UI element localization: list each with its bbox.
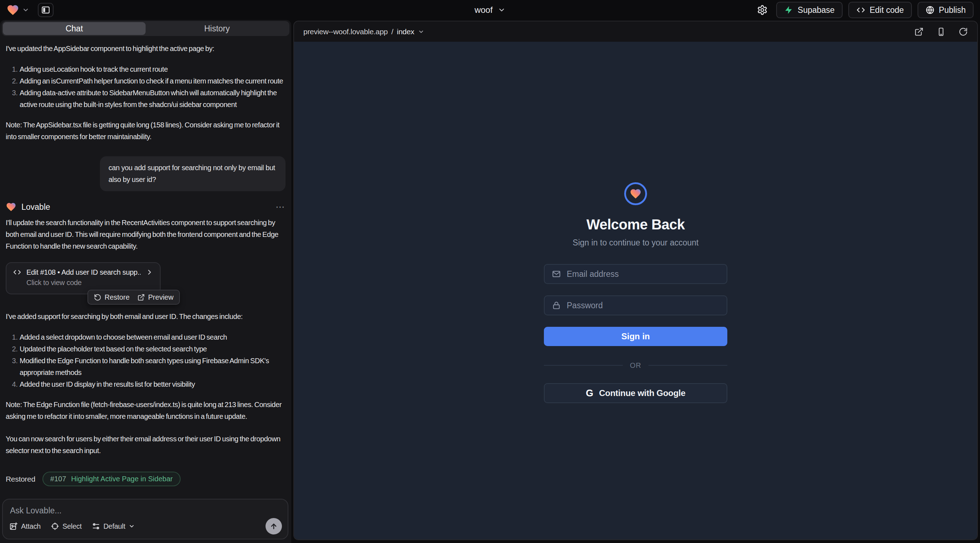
restore-button[interactable]: Restore: [94, 293, 130, 302]
assistant-message-text: I've added support for searching by both…: [6, 311, 285, 322]
login-card: Welcome Back Sign in to continue to your…: [544, 182, 727, 403]
preview-frame: preview--woof.lovable.app / index: [293, 21, 978, 540]
send-button[interactable]: [266, 518, 282, 534]
app-window: woof Supabase Edit code: [0, 0, 980, 543]
sliders-icon: [92, 522, 100, 530]
message-menu-button[interactable]: ⋯: [275, 202, 285, 213]
external-link-icon: [137, 294, 145, 301]
mode-selector[interactable]: Default: [92, 522, 135, 530]
assistant-note-text: Note: The Edge Function file (fetch-fire…: [6, 399, 285, 422]
password-field[interactable]: [544, 295, 727, 315]
list-item: Adding an isCurrentPath helper function …: [19, 75, 285, 87]
assistant-message-text: I'll update the search functionality in …: [6, 217, 285, 252]
assistant-header: Lovable ⋯: [6, 200, 285, 213]
google-g-icon: G: [586, 388, 593, 399]
lovable-heart-icon: [6, 202, 16, 212]
crosshair-icon: [51, 522, 59, 530]
publish-button[interactable]: Publish: [918, 2, 974, 18]
mode-label: Default: [103, 522, 125, 530]
mail-icon: [552, 269, 561, 279]
preview-header-actions: [914, 27, 968, 37]
preview-button[interactable]: Preview: [137, 293, 173, 302]
tab-history[interactable]: History: [146, 22, 288, 35]
attach-label: Attach: [21, 522, 41, 530]
attach-button[interactable]: Attach: [9, 522, 41, 530]
google-button-label: Continue with Google: [599, 388, 686, 398]
settings-button[interactable]: [754, 2, 770, 18]
composer-actions: Attach Select Default: [9, 518, 282, 534]
preview-header: preview--woof.lovable.app / index: [294, 21, 977, 42]
divider-line: [544, 365, 623, 366]
list-item: Adding data-active attribute to SidebarM…: [19, 87, 285, 111]
chat-history-tabs: Chat History: [2, 21, 290, 36]
globe-icon: [925, 5, 935, 14]
supabase-label: Supabase: [798, 5, 835, 15]
list-item: Adding useLocation hook to track the cur…: [19, 64, 285, 75]
email-field[interactable]: [544, 264, 727, 284]
chat-input[interactable]: [10, 506, 281, 516]
password-input[interactable]: [567, 301, 719, 310]
select-label: Select: [62, 522, 82, 530]
login-subtitle: Sign in to continue to your account: [573, 238, 699, 248]
select-button[interactable]: Select: [51, 522, 82, 530]
sign-in-button[interactable]: Sign in: [544, 327, 727, 346]
preview-label: Preview: [148, 293, 173, 302]
supabase-button[interactable]: Supabase: [776, 2, 843, 18]
assistant-numbered-list: Adding useLocation hook to track the cur…: [6, 64, 285, 111]
restored-row: Restored #107 Highlight Active Page in S…: [6, 472, 285, 486]
version-number: #107: [50, 475, 66, 483]
version-title: Highlight Active Page in Sidebar: [71, 475, 173, 483]
refresh-icon[interactable]: [959, 27, 968, 37]
email-input[interactable]: [567, 269, 719, 279]
assistant-name: Lovable: [21, 202, 50, 212]
arrow-up-icon: [269, 522, 278, 530]
preview-url-separator: /: [391, 27, 393, 36]
chevron-down-icon: [418, 29, 424, 35]
lovable-heart-icon: [6, 3, 19, 16]
topbar: woof Supabase Edit code: [0, 0, 980, 20]
list-item: Added a select dropdown to choose betwee…: [19, 332, 285, 343]
chevron-right-icon: [146, 268, 153, 276]
chevron-down-icon: [498, 6, 505, 14]
google-sign-in-button[interactable]: G Continue with Google: [544, 383, 727, 403]
chevron-down-icon: [129, 523, 135, 529]
assistant-numbered-list: Added a select dropdown to choose betwee…: [6, 332, 285, 390]
lock-icon: [552, 301, 561, 310]
app-logo: [624, 182, 647, 205]
preview-url-breadcrumb[interactable]: preview--woof.lovable.app / index: [303, 27, 424, 36]
chat-message-list[interactable]: I've updated the AppSidebar component to…: [0, 37, 291, 496]
lovable-menu[interactable]: [6, 3, 29, 16]
gear-icon: [757, 5, 768, 15]
divider-line: [649, 365, 727, 366]
image-plus-icon: [9, 522, 18, 530]
restored-version-badge[interactable]: #107 Highlight Active Page in Sidebar: [43, 472, 181, 486]
edit-code-label: Edit code: [870, 5, 904, 15]
assistant-message-text: I've updated the AppSidebar component to…: [6, 43, 285, 55]
heart-icon: [630, 188, 642, 200]
open-external-icon[interactable]: [914, 27, 924, 37]
composer: Attach Select Default: [2, 499, 288, 540]
supabase-icon: [784, 5, 793, 14]
tab-chat[interactable]: Chat: [3, 22, 146, 35]
toggle-sidebar-button[interactable]: [38, 3, 54, 17]
assistant-note-text: Note: The AppSidebar.tsx file is getting…: [6, 119, 285, 143]
publish-label: Publish: [939, 5, 966, 15]
code-icon: [856, 5, 865, 14]
restored-label: Restored: [6, 475, 35, 483]
assistant-message-text: You can now search for users by either t…: [6, 433, 285, 457]
project-switcher[interactable]: woof: [475, 5, 506, 15]
code-icon: [13, 268, 21, 276]
list-item: Added the user ID display in the results…: [19, 378, 285, 390]
preview-url-host: preview--woof.lovable.app: [303, 27, 388, 36]
chat-panel: Chat History I've updated the AppSidebar…: [0, 20, 291, 543]
or-divider: OR: [544, 361, 727, 370]
user-message-bubble: can you add support for searching not on…: [100, 156, 285, 191]
topbar-actions: Supabase Edit code Publish: [754, 2, 974, 18]
restore-label: Restore: [105, 293, 130, 302]
login-title: Welcome Back: [586, 217, 685, 233]
chevron-down-icon: [22, 6, 29, 14]
edit-card-subtitle: Click to view code: [13, 279, 153, 287]
mobile-view-icon[interactable]: [937, 27, 946, 37]
edit-code-button[interactable]: Edit code: [848, 2, 912, 18]
edit-card-wrap: Edit #108 • Add user ID search supp... C…: [6, 262, 161, 305]
